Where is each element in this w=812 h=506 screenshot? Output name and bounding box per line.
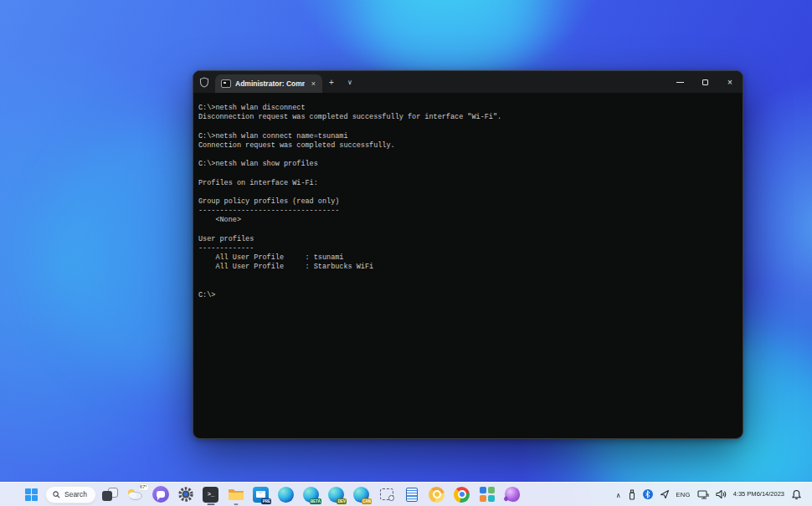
usb-icon[interactable]	[628, 483, 636, 506]
start-button[interactable]	[20, 483, 42, 505]
edge-beta-button[interactable]: BETA	[301, 483, 322, 505]
outlook-preview-badge: PRE	[261, 498, 271, 503]
chrome-canary-button[interactable]	[426, 483, 448, 505]
volume-icon[interactable]	[716, 483, 727, 506]
minimize-icon	[676, 82, 684, 83]
notification-bell-icon[interactable]	[791, 483, 802, 506]
chrome-canary-icon	[429, 487, 445, 503]
purple-app-button[interactable]	[501, 483, 523, 505]
edge-beta-badge: BETA	[310, 498, 322, 503]
folder-icon	[228, 488, 244, 502]
minimize-button[interactable]	[667, 71, 692, 93]
clock[interactable]: 4:35 PM 6/14/2023	[733, 483, 784, 506]
maximize-icon	[702, 79, 708, 85]
app-grid-button[interactable]	[476, 483, 498, 505]
running-indicator	[207, 503, 214, 506]
search-box[interactable]: Search	[45, 486, 96, 503]
system-tray: ∧ ENG 4:35 PM 6/14/2023	[616, 483, 805, 506]
chrome-icon	[454, 487, 470, 503]
edge-canary-icon: CAN	[353, 487, 369, 503]
app-grid-icon	[480, 487, 495, 502]
task-view-icon	[102, 488, 118, 501]
gear-icon	[177, 486, 194, 503]
file-explorer-button[interactable]	[225, 483, 247, 505]
tab-title: Administrator: Command Pro	[235, 79, 305, 88]
chat-button[interactable]	[150, 483, 172, 505]
new-tab-button[interactable]: +	[322, 71, 341, 93]
chat-icon	[152, 486, 169, 503]
admin-shield-icon	[193, 71, 215, 93]
command-prompt-icon	[221, 79, 231, 88]
taskbar: Search 67°	[0, 482, 812, 506]
purple-app-icon	[505, 487, 520, 502]
tab-close-icon[interactable]: ×	[309, 79, 318, 89]
edge-canary-button[interactable]: CAN	[351, 483, 373, 505]
tab-dropdown-button[interactable]: ∨	[341, 71, 359, 93]
notepad-icon	[406, 488, 418, 502]
widgets-weather-button[interactable]: 67°	[125, 483, 146, 505]
weather-temperature: 67°	[138, 483, 149, 491]
running-indicator	[234, 503, 238, 506]
language-indicator[interactable]: ENG	[676, 483, 691, 506]
edge-dev-button[interactable]: DEV	[326, 483, 347, 505]
close-button[interactable]: ×	[717, 71, 743, 93]
location-icon[interactable]	[660, 483, 670, 506]
chrome-button[interactable]	[451, 483, 473, 505]
terminal-titlebar[interactable]: Administrator: Command Pro × + ∨ ×	[193, 71, 743, 93]
weather-icon: 67°	[125, 485, 146, 503]
titlebar-drag-area[interactable]	[359, 71, 667, 93]
terminal-window: Administrator: Command Pro × + ∨ × C:\>n…	[193, 70, 743, 439]
edge-dev-icon: DEV	[328, 487, 344, 503]
edge-icon	[278, 487, 294, 503]
search-icon	[53, 491, 60, 498]
snipping-tool-icon	[380, 488, 393, 500]
bluetooth-icon[interactable]	[643, 483, 653, 506]
terminal-tab[interactable]: Administrator: Command Pro ×	[215, 74, 322, 93]
settings-button[interactable]	[175, 483, 197, 505]
maximize-button[interactable]	[692, 71, 717, 93]
windows-logo-icon	[24, 488, 39, 502]
outlook-icon: PRE	[253, 487, 269, 503]
edge-beta-icon: BETA	[303, 487, 319, 503]
search-label: Search	[64, 490, 87, 498]
task-view-button[interactable]	[100, 483, 121, 505]
edge-canary-badge: CAN	[362, 498, 373, 503]
terminal-icon: >_	[203, 487, 218, 503]
terminal-taskbar-button[interactable]: >_	[200, 483, 222, 505]
edge-button[interactable]	[275, 483, 297, 505]
notepad-button[interactable]	[401, 483, 423, 505]
snipping-tool-button[interactable]	[376, 483, 398, 505]
tray-time: 4:35 PM	[733, 490, 757, 498]
network-icon[interactable]	[697, 483, 709, 506]
hidden-icons-chevron[interactable]: ∧	[616, 483, 621, 506]
edge-dev-badge: DEV	[337, 498, 347, 503]
desktop: Administrator: Command Pro × + ∨ × C:\>n…	[0, 0, 812, 506]
tray-date: 6/14/2023	[757, 490, 784, 498]
terminal-output[interactable]: C:\>netsh wlan disconnect Disconnection …	[193, 93, 743, 307]
outlook-button[interactable]: PRE	[250, 483, 272, 505]
